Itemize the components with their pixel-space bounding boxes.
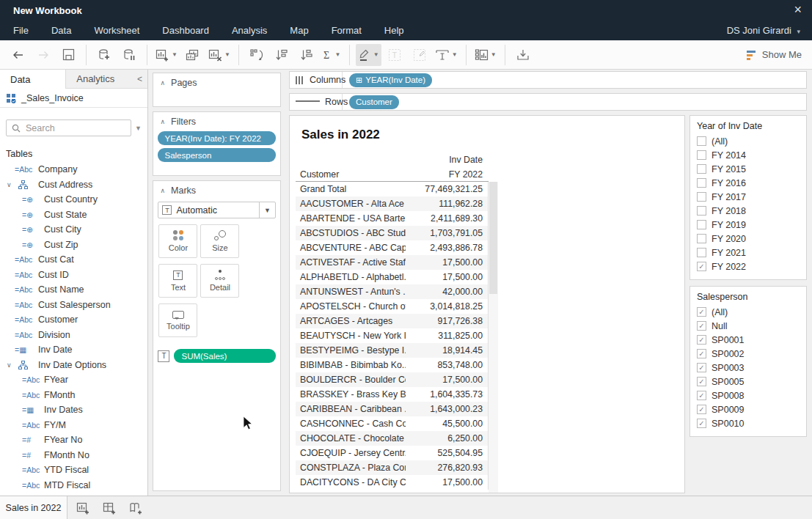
scrollbar-thumb[interactable]: [489, 182, 497, 294]
checkbox[interactable]: ✓: [697, 178, 706, 188]
tab-data[interactable]: Data: [0, 70, 65, 89]
account-menu[interactable]: DS Joni Girardi ▾: [727, 25, 800, 36]
filter-checkbox-row[interactable]: ✓ FY 2021: [690, 246, 806, 260]
text-button[interactable]: T Text: [158, 264, 197, 298]
vertical-scrollbar[interactable]: [489, 182, 498, 493]
table-row[interactable]: ABCVENTURE - ABC Capit.. 2,493,886.78: [296, 240, 488, 255]
filter-checkbox-row[interactable]: ✓ FY 2015: [690, 162, 806, 176]
checkbox[interactable]: ✓: [697, 262, 706, 271]
field-row[interactable]: ∨ =Abc Company: [0, 162, 147, 177]
checkbox[interactable]: ✓: [697, 321, 706, 331]
menu-item[interactable]: Format: [332, 25, 362, 36]
columns-pill[interactable]: ⊞ YEAR(Inv Date): [349, 73, 432, 87]
table-row[interactable]: APOSTELSCH - Church of .. 3,014,818.25: [296, 299, 488, 314]
field-row[interactable]: ∨ =Abc MTD Fiscal: [0, 478, 147, 493]
field-row[interactable]: ∨ =▦ Inv Dates: [0, 402, 147, 418]
field-row[interactable]: ∨ =Abc FY/M: [0, 418, 147, 433]
row-dimension-header[interactable]: Customer: [296, 167, 406, 181]
clear-sheet-button[interactable]: ▼: [206, 44, 233, 66]
datasource-row[interactable]: _Sales_Invoice: [0, 89, 147, 108]
sort-ascending-button[interactable]: [270, 44, 293, 66]
field-row[interactable]: ∨ =Abc Cust Salesperson: [0, 298, 147, 313]
detail-button[interactable]: Detail: [200, 264, 239, 298]
filter-checkbox-row[interactable]: ✓ FY 2019: [690, 218, 806, 232]
tooltip-button[interactable]: Tooltip: [158, 303, 197, 337]
field-row[interactable]: ∨ =Abc Customer: [0, 312, 147, 328]
duplicate-sheet-button[interactable]: [181, 44, 205, 66]
table-row[interactable]: ALPHABETLD - Alphabetl.. 17,500.00: [296, 270, 488, 284]
table-row[interactable]: BIBIMBAB - Bibimbab Ko.. 853,748.00: [296, 358, 488, 372]
collapse-pane-icon[interactable]: <: [131, 70, 147, 89]
collapse-icon[interactable]: ∧: [160, 79, 165, 86]
filter-pill[interactable]: Salesperson: [158, 148, 276, 162]
filter-checkbox-row[interactable]: ✓ FY 2018: [690, 204, 806, 218]
field-row[interactable]: ∨ =⊕ Cust State: [0, 207, 147, 223]
checkbox[interactable]: ✓: [697, 206, 706, 216]
filter-pill[interactable]: YEAR(Inv Date): FY 2022: [158, 131, 276, 145]
rows-pill[interactable]: Customer: [349, 95, 399, 109]
tab-analytics[interactable]: Analytics: [65, 70, 131, 89]
field-row[interactable]: ∨ =⊕ Cust City: [0, 222, 147, 238]
table-row[interactable]: ABARTENDE - USA Barte.. 2,411,689.30: [296, 211, 488, 226]
color-button[interactable]: Color: [158, 224, 197, 258]
field-row[interactable]: ∨ =Abc YTD Fiscal: [0, 463, 147, 478]
checkbox[interactable]: ✓: [697, 363, 706, 372]
show-mark-type-button[interactable]: ▼: [472, 44, 499, 66]
field-row[interactable]: ∨ =Abc FYear: [0, 372, 147, 388]
checkbox[interactable]: ✓: [697, 419, 706, 428]
filter-checkbox-row[interactable]: ✓ (All): [690, 305, 806, 319]
table-row[interactable]: ANTUNSWEST - Antun's .. 42,000.00: [296, 284, 488, 299]
column-member-header[interactable]: FY 2022: [406, 167, 484, 181]
new-data-source-button[interactable]: [92, 44, 116, 66]
new-story-button[interactable]: [125, 496, 147, 519]
menu-item[interactable]: Dashboard: [162, 25, 209, 36]
checkbox[interactable]: ✓: [697, 405, 706, 414]
menu-item[interactable]: Analysis: [232, 25, 267, 36]
columns-shelf[interactable]: Columns ⊞ YEAR(Inv Date): [289, 71, 807, 89]
table-row[interactable]: ACTIVESTAF - Active Staf.. 17,500.00: [296, 255, 488, 270]
table-row[interactable]: ARTCAGES - Artcages 917,726.38: [296, 314, 488, 328]
field-row[interactable]: ∨ =Abc Cust Cat: [0, 252, 147, 268]
field-row[interactable]: ∨ =Abc FMonth: [0, 388, 147, 403]
filter-checkbox-row[interactable]: ✓ SP0005: [690, 375, 806, 389]
field-row[interactable]: ∨ =Abc Division: [0, 328, 147, 343]
field-row[interactable]: ∨ Inv Date Options: [0, 358, 147, 373]
table-row[interactable]: Grand Total 77,469,321.25: [296, 182, 488, 196]
table-row[interactable]: BRASSKEY - Brass Key Bar 1,604,335.73: [296, 387, 488, 402]
pause-auto-updates-button[interactable]: [117, 44, 141, 66]
search-input[interactable]: Search: [6, 119, 131, 136]
table-row[interactable]: CJOEQUIP - Jersey Centr.. 525,504.95: [296, 446, 488, 460]
column-dimension-header[interactable]: Inv Date: [296, 152, 483, 167]
size-button[interactable]: Size: [200, 224, 239, 258]
checkbox[interactable]: ✓: [697, 335, 706, 345]
field-row[interactable]: ∨ =⊕ Cust Zip: [0, 238, 147, 253]
filter-checkbox-row[interactable]: ✓ SP0008: [690, 389, 806, 402]
mark-type-dropdown[interactable]: T Automatic ▼: [158, 202, 276, 218]
checkbox[interactable]: ✓: [697, 220, 706, 229]
table-row[interactable]: CHOCOLATE - Chocolate .. 6,250.00: [296, 431, 488, 446]
close-icon[interactable]: ×: [794, 2, 802, 18]
menu-item[interactable]: Map: [290, 25, 308, 36]
filter-checkbox-row[interactable]: ✓ SP0009: [690, 402, 806, 416]
expand-plus-icon[interactable]: ⊞: [356, 76, 362, 85]
menu-item[interactable]: Worksheet: [94, 25, 139, 36]
table-row[interactable]: AACUSTOMER - Alta Ace 111,962.28: [296, 196, 488, 211]
table-row[interactable]: CASHCONNEC - Cash Con.. 45,500.00: [296, 416, 488, 431]
menu-item[interactable]: File: [13, 25, 29, 36]
table-row[interactable]: BEAUTYSCH - New York I.. 311,825.00: [296, 328, 488, 343]
save-button[interactable]: [56, 44, 80, 66]
checkbox[interactable]: ✓: [697, 150, 706, 160]
sort-descending-button[interactable]: [295, 44, 318, 66]
table-row[interactable]: CARIBBEAN - Caribbean .. 1,643,000.23: [296, 402, 488, 416]
field-row[interactable]: ∨ =▦ Inv Date: [0, 342, 147, 358]
filter-checkbox-row[interactable]: ✓ FY 2020: [690, 232, 806, 246]
new-dashboard-button[interactable]: [98, 496, 120, 519]
swap-rows-columns-button[interactable]: [245, 44, 268, 66]
sum-sales-pill[interactable]: SUM(Sales): [174, 349, 276, 363]
table-row[interactable]: CONSTPLAZA - Plaza Con.. 276,820.93: [296, 460, 488, 475]
filter-checkbox-row[interactable]: ✓ (All): [690, 134, 806, 148]
field-row[interactable]: ∨ Cust Address: [0, 177, 147, 193]
filter-checkbox-row[interactable]: ✓ Null: [690, 319, 806, 333]
checkbox[interactable]: ✓: [697, 164, 706, 174]
checkbox[interactable]: ✓: [697, 234, 706, 243]
